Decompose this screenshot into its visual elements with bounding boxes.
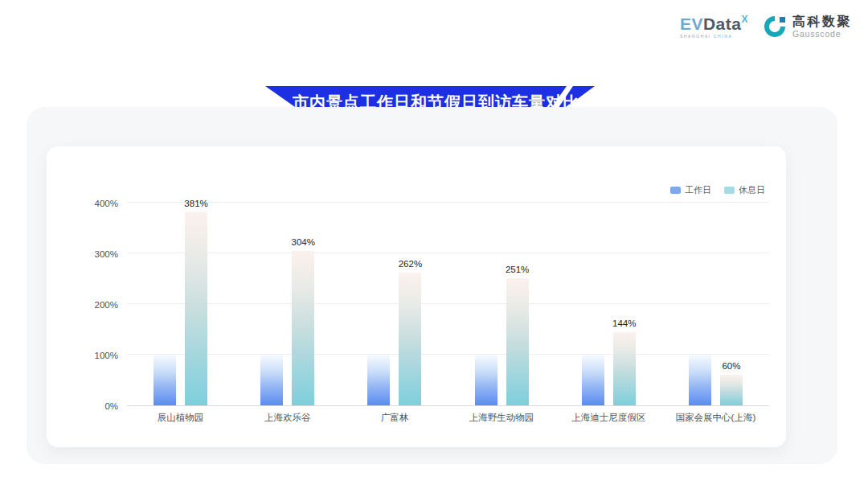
evdata-logo: EVDataX SHANGHAI CHINA bbox=[680, 14, 748, 39]
header-logos: EVDataX SHANGHAI CHINA 高科数聚 Gausscode bbox=[680, 14, 852, 39]
gridline bbox=[127, 303, 769, 304]
bar-value-label: 262% bbox=[399, 259, 422, 269]
y-tick-label: 100% bbox=[47, 351, 118, 360]
gridline bbox=[127, 253, 769, 253]
bar-休息日[interactable]: 262% bbox=[399, 273, 421, 405]
x-axis-labels: 辰山植物园上海欢乐谷广富林上海野生动物园上海迪士尼度假区国家会展中心(上海) bbox=[127, 412, 769, 424]
x-category-label: 广富林 bbox=[341, 412, 448, 424]
bar-休息日[interactable]: 251% bbox=[506, 278, 529, 405]
evdata-subtitle-right: CHINA bbox=[714, 34, 733, 39]
gausscode-en-name: Gausscode bbox=[792, 30, 852, 39]
gausscode-logo: 高科数聚 Gausscode bbox=[763, 14, 852, 39]
evdata-wordmark: EVDataX bbox=[680, 14, 748, 32]
gausscode-g-icon bbox=[763, 14, 787, 39]
y-axis-labels: 400%300%200%100%0% bbox=[47, 179, 118, 406]
bar-group: 262% bbox=[341, 179, 448, 405]
bar-休息日[interactable]: 60% bbox=[720, 375, 743, 405]
bar-group: 304% bbox=[234, 179, 341, 405]
bar-休息日[interactable]: 304% bbox=[292, 251, 314, 405]
x-category-label: 辰山植物园 bbox=[127, 412, 234, 424]
bar-value-label: 304% bbox=[292, 237, 315, 247]
bar-value-label: 251% bbox=[506, 265, 529, 274]
bar-工作日[interactable] bbox=[154, 355, 176, 405]
bar-value-label: 60% bbox=[722, 361, 740, 371]
x-category-label: 上海迪士尼度假区 bbox=[555, 412, 662, 424]
x-category-label: 国家会展中心(上海) bbox=[662, 412, 769, 424]
bar-value-label: 381% bbox=[184, 199, 207, 208]
gridline bbox=[127, 354, 769, 355]
bar-工作日[interactable] bbox=[475, 355, 497, 405]
gridline bbox=[127, 202, 769, 203]
bar-休息日[interactable]: 144% bbox=[613, 332, 636, 405]
evdata-sup-x: X bbox=[741, 14, 748, 25]
x-category-label: 上海野生动物园 bbox=[448, 412, 555, 424]
bar-group: 381% bbox=[127, 179, 234, 405]
evdata-data-text: Data bbox=[703, 14, 742, 33]
bar-休息日[interactable]: 381% bbox=[185, 212, 207, 405]
bar-group: 60% bbox=[662, 179, 769, 405]
evdata-subtitle: SHANGHAI CHINA bbox=[680, 35, 748, 39]
chart-card: 工作日休息日 400%300%200%100%0% 381%304%262%25… bbox=[47, 146, 786, 447]
bar-工作日[interactable] bbox=[367, 355, 390, 405]
bar-group: 144% bbox=[555, 179, 662, 405]
evdata-ev-text: EV bbox=[680, 14, 703, 33]
gausscode-cn-name: 高科数聚 bbox=[792, 15, 852, 28]
plot-area: 381%304%262%251%144%60% bbox=[127, 179, 769, 406]
bar-value-label: 144% bbox=[612, 318, 636, 328]
y-tick-label: 0% bbox=[47, 401, 118, 411]
y-tick-label: 200% bbox=[47, 300, 118, 310]
bar-工作日[interactable] bbox=[689, 355, 711, 405]
bar-工作日[interactable] bbox=[582, 355, 604, 405]
y-tick-label: 400% bbox=[47, 199, 118, 208]
bar-group: 251% bbox=[448, 179, 555, 405]
evdata-subtitle-left: SHANGHAI bbox=[680, 34, 714, 39]
x-category-label: 上海欢乐谷 bbox=[234, 412, 341, 424]
y-tick-label: 300% bbox=[47, 249, 118, 259]
chart-outer-panel: 工作日休息日 400%300%200%100%0% 381%304%262%25… bbox=[27, 107, 837, 464]
bar-工作日[interactable] bbox=[260, 355, 283, 405]
